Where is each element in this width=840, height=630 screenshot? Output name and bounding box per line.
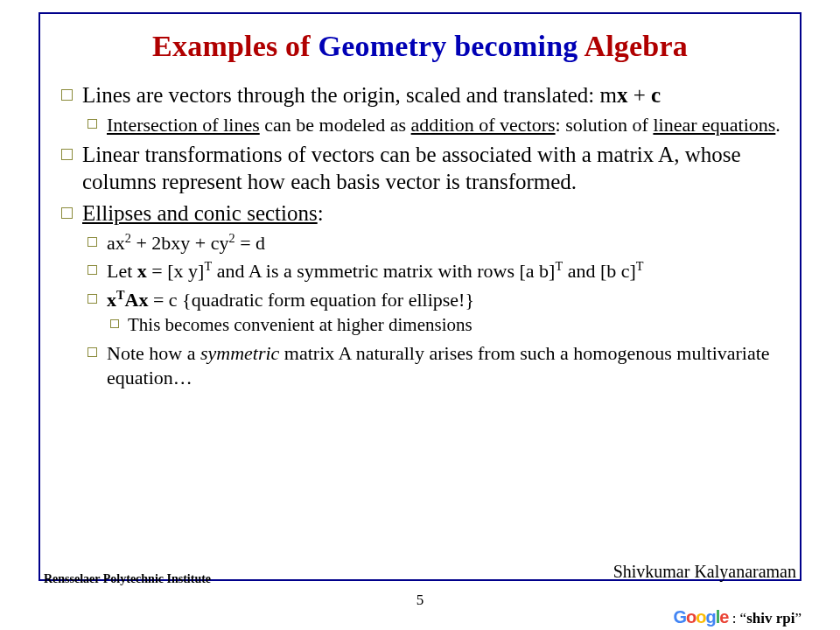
sub-quadratic-form: xTAx = c {quadratic form equation for el… xyxy=(82,288,784,338)
txt: Lines are vectors through the origin, sc… xyxy=(82,83,617,107)
g-letter: G xyxy=(673,607,686,626)
g-letter: g xyxy=(705,607,715,626)
sup: 2 xyxy=(229,230,235,244)
title-seg3: Algebra xyxy=(578,30,688,62)
txt: ax xyxy=(107,232,125,254)
footer-page-number: 5 xyxy=(0,592,840,609)
sup: T xyxy=(116,287,125,301)
sup: T xyxy=(636,259,644,273)
google-logo: Google xyxy=(673,607,728,626)
title-seg1: Examples of xyxy=(152,30,318,62)
slide-title: Examples of Geometry becoming Algebra xyxy=(56,30,784,63)
bullet-lines: Lines are vectors through the origin, sc… xyxy=(56,82,784,136)
txt: : solution of xyxy=(556,114,654,136)
bullet-list: Lines are vectors through the origin, sc… xyxy=(56,82,784,389)
txt: = d xyxy=(235,232,265,254)
sublist: ax2 + 2bxy + cy2 = d Let x = [x y]T and … xyxy=(82,231,784,390)
bold-x: x xyxy=(107,289,116,311)
sub-quadratic-eq: ax2 + 2bxy + cy2 = d xyxy=(82,231,784,256)
sublist: Intersection of lines can be modeled as … xyxy=(82,113,784,137)
bold-x: x xyxy=(617,83,628,107)
u-txt: Ellipses and conic sections xyxy=(82,201,318,225)
txt: Let xyxy=(107,260,137,282)
txt: : “ xyxy=(728,610,746,626)
sub-let-x: Let x = [x y]T and A is a symmetric matr… xyxy=(82,259,784,284)
subsublist: This becomes convenient at higher dimens… xyxy=(107,313,784,337)
bullet-linear-transform: Linear transformations of vectors can be… xyxy=(56,142,784,195)
bullet-ellipses: Ellipses and conic sections: ax2 + 2bxy … xyxy=(56,200,784,389)
title-seg2: Geometry becoming xyxy=(318,30,578,62)
txt: and A is a symmetric matrix with rows [a… xyxy=(212,260,555,282)
sub-intersection: Intersection of lines can be modeled as … xyxy=(82,113,784,137)
txt: and [b c] xyxy=(563,260,636,282)
sup: T xyxy=(555,259,563,273)
bold-Ax: Ax xyxy=(125,289,149,311)
u-txt: linear equations xyxy=(653,114,775,136)
u-txt: addition of vectors xyxy=(411,114,556,136)
slide-frame: Examples of Geometry becoming Algebra Li… xyxy=(38,12,802,581)
sub-note-symmetric: Note how a symmetric matrix A naturally … xyxy=(82,341,784,389)
italic-txt: symmetric xyxy=(200,342,279,364)
footer-institute: Rensselaer Polytechnic Institute xyxy=(44,572,211,586)
query-text: shiv rpi xyxy=(746,610,794,626)
txt: : xyxy=(318,201,324,225)
txt: can be modeled as xyxy=(260,114,411,136)
sup: T xyxy=(204,259,212,273)
g-letter: o xyxy=(696,607,705,626)
footer-author: Shivkumar Kalyanaraman xyxy=(613,562,796,582)
txt: ” xyxy=(794,610,802,626)
bold-c: c xyxy=(651,83,661,107)
u-txt: Intersection of lines xyxy=(107,114,260,136)
g-letter: o xyxy=(686,607,696,626)
footer-google-query: Google : “shiv rpi” xyxy=(673,607,802,627)
sup: 2 xyxy=(125,230,131,244)
g-letter: e xyxy=(719,607,728,626)
bold-x: x xyxy=(137,260,147,282)
txt: + 2bxy + cy xyxy=(131,232,229,254)
subsub-convenient: This becomes convenient at higher dimens… xyxy=(107,313,784,337)
txt: = c {quadratic form equation for ellipse… xyxy=(148,289,474,311)
txt: . xyxy=(775,114,780,136)
txt: + xyxy=(627,83,651,107)
txt: Note how a xyxy=(107,342,200,364)
txt: = [x y] xyxy=(147,260,205,282)
